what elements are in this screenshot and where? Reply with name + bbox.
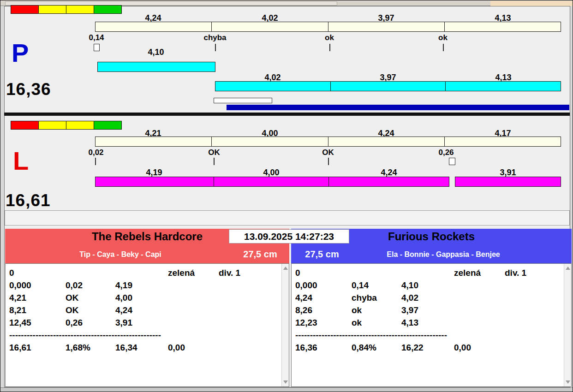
run-split-label: 4,24 <box>361 168 417 178</box>
team-left-results: 0zelenádiv. 1 0,0000,024,19 4,21OK4,00 8… <box>5 263 289 387</box>
result-cell: 0,000 <box>295 279 352 291</box>
start-diff-marker-box <box>94 44 100 51</box>
team-dogs: Tip - Caya - Beky - Capi <box>5 250 236 259</box>
result-cell: 3,91 <box>115 316 168 329</box>
result-cell: 16,36 <box>295 341 352 354</box>
run-bar <box>95 177 449 187</box>
change-label: 0,02 <box>68 148 124 157</box>
reference-bar-segment <box>445 137 561 146</box>
reference-bar <box>95 137 561 147</box>
results-row: 12,450,263,91 <box>9 316 289 329</box>
run-bar-segment <box>329 177 449 186</box>
run-bar-segment <box>96 177 214 186</box>
results-row: 0zelenádiv. 1 <box>9 267 289 279</box>
scrollbar[interactable] <box>564 264 571 386</box>
traffic-light-yellow-cell <box>66 6 94 13</box>
traffic-light <box>11 121 122 130</box>
elapsed-progress-bar <box>227 105 569 110</box>
results-row: 4,24chyba4,02 <box>295 291 571 304</box>
scrollbar[interactable] <box>281 264 289 386</box>
separator-row: ----------------------------------------… <box>295 329 571 341</box>
tick-mark <box>215 44 216 51</box>
result-cell: 0,14 <box>352 279 401 291</box>
result-cell: 4,21 <box>9 291 66 304</box>
finish-outline-bar <box>214 98 272 103</box>
first-dog-run-bar <box>97 62 215 72</box>
result-cell: 4,24 <box>115 304 168 316</box>
change-label: ok <box>415 33 471 42</box>
timestamp-box: 13.09.2025 14:27:23 <box>229 229 349 244</box>
reference-bar-segment <box>328 22 445 31</box>
result-cell: OK <box>66 304 115 316</box>
results-row: 0zelenádiv. 1 <box>295 267 571 279</box>
result-cell: 0 <box>295 267 352 279</box>
result-cell <box>168 279 219 291</box>
result-cell: 4,10 <box>401 279 454 291</box>
result-cell: chyba <box>352 291 401 304</box>
background-window-fragment <box>490 1 573 6</box>
results-row: 8,26ok3,97 <box>295 304 571 316</box>
run-split-label: 4,00 <box>244 168 299 178</box>
scroll-up-arrow-icon[interactable] <box>566 267 570 270</box>
result-cell <box>454 316 505 329</box>
team-dogs: Ela - Bonnie - Gappasia - Benjee <box>340 250 547 259</box>
result-cell: ok <box>352 316 401 329</box>
traffic-light-green-cell <box>94 6 121 13</box>
result-cell: 0,000 <box>9 279 66 291</box>
result-cell: 16,22 <box>401 341 454 354</box>
change-label: 0,26 <box>418 148 474 157</box>
result-cell: 0 <box>9 267 66 279</box>
result-cell <box>401 267 454 279</box>
reference-bar <box>95 22 561 32</box>
result-cell: 0,02 <box>66 279 115 291</box>
result-cell: div. 1 <box>219 267 240 279</box>
result-cell: 8,21 <box>9 304 66 316</box>
results-row: 0,0000,024,19 <box>9 279 289 291</box>
run-bar <box>215 81 561 91</box>
separator-dashes: ----------------------------------------… <box>9 329 161 341</box>
traffic-light-red-cell <box>11 121 39 129</box>
result-cell: 16,61 <box>9 341 66 354</box>
lane-letter: L <box>13 148 29 174</box>
reference-bar-segment <box>328 137 445 146</box>
reference-bar-segment <box>212 22 328 31</box>
window-bottom-edge <box>0 387 573 392</box>
scroll-up-arrow-icon[interactable] <box>283 267 288 270</box>
result-cell <box>168 316 219 329</box>
run-bar-last-segment <box>455 177 561 187</box>
empty-status-row <box>5 210 570 226</box>
lane-total-time: 16,36 <box>6 80 51 99</box>
results-total-row: 16,360,84%16,220,00 <box>295 341 571 354</box>
traffic-light-red-cell <box>11 6 39 13</box>
scroll-down-arrow-icon[interactable] <box>283 380 288 384</box>
reference-bar-segment <box>96 137 212 146</box>
result-cell <box>454 304 505 316</box>
result-cell: 3,97 <box>401 304 454 316</box>
run-split-label: 4,19 <box>126 168 182 178</box>
tick-mark <box>214 158 215 165</box>
traffic-light-green-cell <box>94 121 121 129</box>
result-cell <box>454 279 505 291</box>
change-label: chyba <box>187 33 243 42</box>
tick-mark <box>443 44 444 51</box>
flyball-timer-window: 4,24 4,02 3,97 4,13 0,14 chyba ok ok P 4… <box>0 0 573 392</box>
results-rows: 0zelenádiv. 1 0,0000,024,19 4,21OK4,00 8… <box>6 264 289 354</box>
run-bar-segment <box>446 82 561 91</box>
result-cell: zelená <box>168 267 219 279</box>
result-cell: 12,45 <box>9 316 66 329</box>
lane-divider <box>4 113 570 116</box>
result-cell: 8,26 <box>295 304 352 316</box>
tick-mark <box>95 158 96 165</box>
change-label: 0,14 <box>69 33 124 42</box>
first-dog-split-label: 4,10 <box>128 48 184 57</box>
result-cell <box>66 267 115 279</box>
lane-total-time: 16,61 <box>6 191 51 210</box>
run-bar-segment <box>214 177 329 186</box>
result-cell: 4,24 <box>295 291 352 304</box>
traffic-light-yellow-cell <box>66 121 94 129</box>
lane-letter: P <box>12 40 29 66</box>
result-cell: 4,02 <box>401 291 454 304</box>
result-cell: 4,13 <box>401 316 454 329</box>
separator-row: ----------------------------------------… <box>9 329 289 341</box>
scroll-down-arrow-icon[interactable] <box>566 380 570 384</box>
